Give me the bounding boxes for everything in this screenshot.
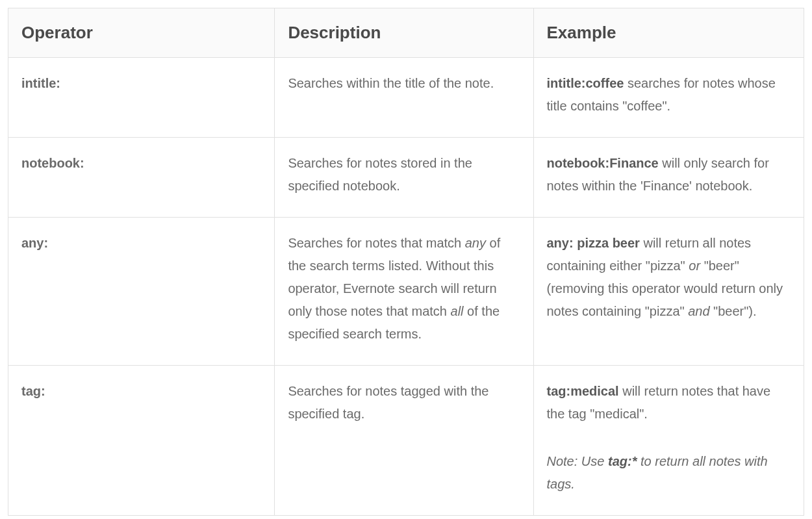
description-cell: Searches for notes that match any of the… — [275, 218, 533, 366]
italic-text: all — [451, 304, 464, 318]
example-bold: notebook:Finance — [547, 156, 659, 170]
operator-cell: tag: — [8, 366, 275, 516]
description-cell: Searches within the title of the note. — [275, 58, 533, 138]
description-cell: Searches for notes tagged with the speci… — [275, 366, 533, 516]
example-bold: any: pizza beer — [547, 236, 640, 250]
example-cell: any: pizza beer will return all notes co… — [533, 218, 804, 366]
example-cell: intitle:coffee searches for notes whose … — [533, 58, 804, 138]
header-description: Description — [275, 8, 533, 58]
italic-text: any — [465, 236, 486, 250]
note-bold: tag:* — [608, 454, 637, 468]
operator-cell: intitle: — [8, 58, 275, 138]
table-row: notebook: Searches for notes stored in t… — [8, 138, 804, 218]
description-cell: Searches for notes stored in the specifi… — [275, 138, 533, 218]
operator-cell: notebook: — [8, 138, 275, 218]
table-row: tag: Searches for notes tagged with the … — [8, 366, 804, 516]
italic-text: or — [689, 259, 704, 273]
table-row: any: Searches for notes that match any o… — [8, 218, 804, 366]
table-row: intitle: Searches within the title of th… — [8, 58, 804, 138]
example-cell: notebook:Finance will only search for no… — [533, 138, 804, 218]
example-bold: intitle:coffee — [547, 76, 624, 90]
italic-text: and — [688, 304, 713, 318]
example-note: Note: Use tag:* to return all notes with… — [547, 450, 791, 496]
example-cell: tag:medical will return notes that have … — [533, 366, 804, 516]
table-header-row: Operator Description Example — [8, 8, 804, 58]
search-operators-table: Operator Description Example intitle: Se… — [8, 8, 804, 516]
example-bold: tag:medical — [547, 384, 619, 398]
operator-cell: any: — [8, 218, 275, 366]
header-operator: Operator — [8, 8, 275, 58]
header-example: Example — [533, 8, 804, 58]
